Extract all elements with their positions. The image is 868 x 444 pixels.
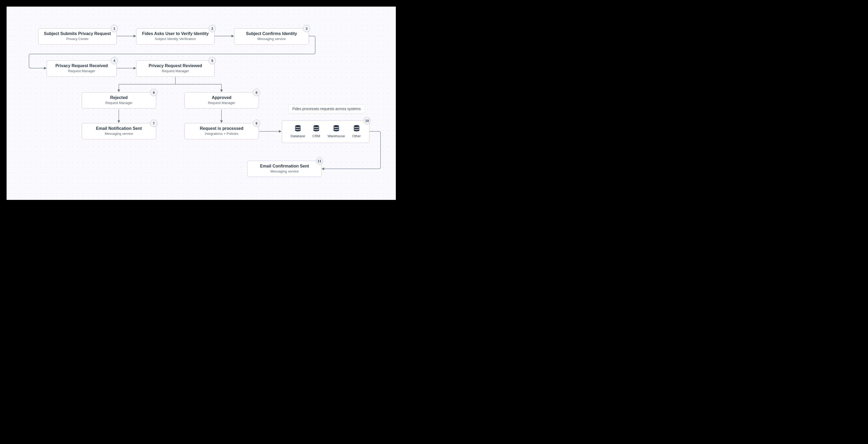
node-subtitle: Request Manager	[140, 69, 211, 73]
system-label: Warehouse	[328, 134, 345, 138]
node-subtitle: Request Manager	[188, 101, 255, 105]
step-badge: 8	[253, 89, 260, 96]
node-subtitle: Request Manager	[51, 69, 113, 73]
node-rejected: Rejected Request Manager	[82, 92, 156, 108]
systems-caption: Fides processes requests across systems	[288, 104, 365, 113]
node-title: Rejected	[86, 95, 152, 100]
system-item-warehouse: Warehouse	[328, 125, 345, 138]
database-icon	[333, 125, 340, 132]
database-icon	[353, 125, 360, 132]
system-item-other: Other	[352, 125, 361, 138]
system-label: Database	[290, 134, 305, 138]
node-approved: Approved Request Manager	[184, 92, 259, 108]
node-title: Subject Confirms Identity	[238, 31, 305, 36]
system-label: CRM	[312, 134, 320, 138]
node-verify-identity-ask: Fides Asks User to Verify Identity Subje…	[136, 28, 215, 44]
node-confirm-identity: Subject Confirms Identity Messaging serv…	[234, 28, 309, 44]
database-icon	[313, 125, 320, 132]
node-request-reviewed: Privacy Request Reviewed Request Manager	[136, 60, 215, 76]
node-submit-request: Subject Submits Privacy Request Privacy …	[38, 28, 117, 44]
node-subtitle: Request Manager	[86, 101, 152, 105]
system-item-database: Database	[290, 125, 305, 138]
node-systems: Database CRM Warehouse Other	[282, 120, 370, 143]
step-badge: 4	[111, 57, 118, 64]
node-title: Fides Asks User to Verify Identity	[140, 31, 211, 36]
node-title: Subject Submits Privacy Request	[42, 31, 113, 36]
node-request-received: Privacy Request Received Request Manager	[46, 60, 117, 76]
step-badge: 7	[150, 120, 157, 127]
node-request-processed: Request is processed Integrations + Poli…	[184, 123, 259, 139]
system-label: Other	[352, 134, 361, 138]
node-subtitle: Privacy Center	[42, 37, 113, 41]
node-subtitle: Messaging service	[251, 169, 318, 173]
node-subtitle: Messaging service	[86, 132, 152, 136]
step-badge: 2	[209, 25, 216, 32]
node-subtitle: Integrations + Policies	[188, 132, 255, 136]
svg-point-0	[295, 125, 301, 127]
node-title: Email Notification Sent	[86, 126, 152, 131]
diagram-canvas: Subject Submits Privacy Request Privacy …	[7, 7, 396, 200]
svg-point-3	[354, 125, 360, 127]
system-item-crm: CRM	[312, 125, 320, 138]
node-confirmation-email: Email Confirmation Sent Messaging servic…	[247, 161, 322, 177]
node-title: Approved	[188, 95, 255, 100]
step-badge: 10	[364, 117, 371, 124]
node-rejected-email: Email Notification Sent Messaging servic…	[82, 123, 156, 139]
step-badge: 6	[150, 89, 157, 96]
node-title: Privacy Request Received	[51, 63, 113, 68]
database-icon	[294, 125, 301, 132]
step-badge: 9	[253, 120, 260, 127]
step-badge: 11	[316, 157, 323, 165]
step-badge: 3	[303, 25, 310, 32]
node-title: Request is processed	[188, 126, 255, 131]
svg-point-1	[313, 125, 319, 127]
step-badge: 1	[111, 25, 118, 32]
node-subtitle: Messaging service	[238, 37, 305, 41]
node-subtitle: Subject Identity Verification	[140, 37, 211, 41]
step-badge: 5	[209, 57, 216, 64]
node-title: Privacy Request Reviewed	[140, 63, 211, 68]
svg-point-2	[333, 125, 339, 127]
node-title: Email Confirmation Sent	[251, 163, 318, 169]
